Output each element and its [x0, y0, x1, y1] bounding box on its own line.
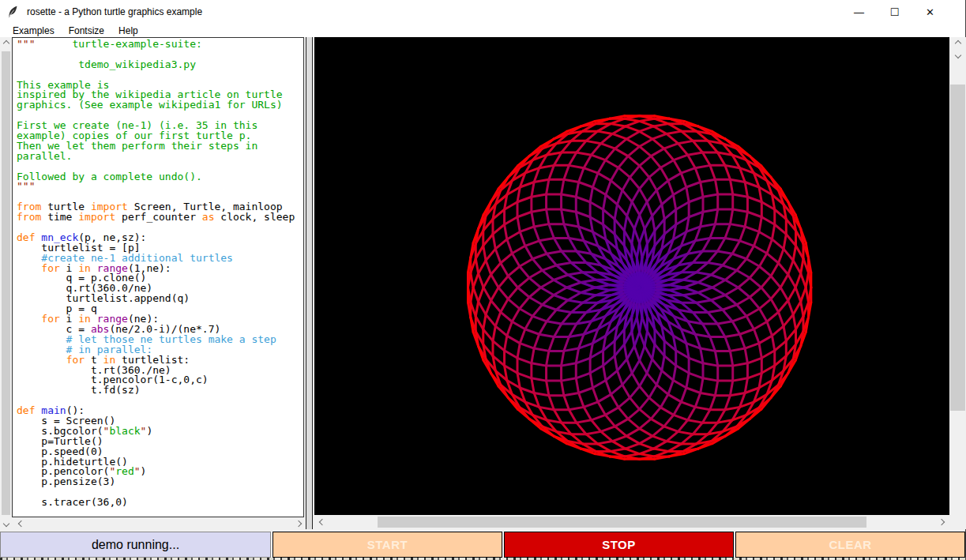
- close-button[interactable]: ✕: [912, 1, 948, 23]
- menu-help[interactable]: Help: [111, 24, 145, 37]
- python-feather-icon: [6, 6, 19, 18]
- code-line: from time import perf_counter as clock, …: [17, 212, 303, 223]
- chevron-down-icon: [954, 51, 960, 58]
- app-window: rosette - a Python turtle graphics examp…: [0, 0, 966, 560]
- canvas-vscroll-thumb[interactable]: [950, 85, 965, 411]
- window-controls: — ☐ ✕: [841, 1, 959, 23]
- minimize-button[interactable]: —: [841, 1, 877, 23]
- pane-sash[interactable]: [304, 37, 314, 529]
- scroll-up-arrow[interactable]: [950, 37, 966, 49]
- window-title: rosette - a Python turtle graphics examp…: [27, 6, 202, 17]
- stop-button[interactable]: STOP: [504, 532, 734, 558]
- code-line: p.pensize(3): [17, 477, 303, 487]
- chevron-left-icon: [319, 519, 325, 525]
- canvas-vertical-scrollbar[interactable]: [949, 37, 966, 515]
- control-bar: demo running... START STOP CLEAR: [0, 532, 965, 558]
- main-area: """ turtle-example-suite: tdemo_wikipedi…: [0, 37, 965, 529]
- canvas-hscroll-thumb[interactable]: [378, 517, 866, 528]
- code-line: tdemo_wikipedia3.py: [17, 60, 303, 70]
- start-button[interactable]: START: [273, 532, 502, 558]
- menu-fontsize[interactable]: Fontsize: [62, 24, 111, 37]
- chevron-up-icon: [954, 39, 960, 46]
- turtle-canvas: [314, 37, 949, 515]
- source-code[interactable]: """ turtle-example-suite: tdemo_wikipedi…: [12, 37, 304, 517]
- chevron-up-icon: [2, 39, 9, 46]
- chevron-right-icon: [938, 519, 945, 525]
- scroll-down-arrow[interactable]: [950, 49, 966, 61]
- code-line: """: [17, 182, 303, 192]
- scroll-up-arrow[interactable]: [0, 37, 12, 49]
- code-line: s.tracer(36,0): [17, 498, 303, 508]
- canvas-column: [314, 37, 949, 529]
- menu-examples[interactable]: Examples: [6, 24, 62, 37]
- title-bar: rosette - a Python turtle graphics examp…: [0, 0, 965, 24]
- scroll-down-arrow[interactable]: [0, 517, 12, 529]
- scroll-right-arrow[interactable]: [292, 517, 304, 529]
- scroll-right-arrow[interactable]: [934, 515, 949, 529]
- chevron-down-icon: [2, 520, 9, 526]
- code-horizontal-scrollbar[interactable]: [12, 517, 304, 529]
- canvas-horizontal-scrollbar[interactable]: [314, 515, 949, 529]
- code-line: graphics. (See example wikipedia1 for UR…: [17, 100, 303, 111]
- code-vscroll-thumb[interactable]: [2, 51, 10, 515]
- source-column: """ turtle-example-suite: tdemo_wikipedi…: [12, 37, 304, 529]
- code-line: t.fd(sz): [17, 385, 303, 396]
- maximize-button[interactable]: ☐: [877, 1, 912, 23]
- code-vertical-scrollbar[interactable]: [0, 37, 12, 529]
- chevron-left-icon: [17, 520, 24, 526]
- code-line: parallel.: [17, 152, 303, 162]
- code-line: Followed by a complete undo().: [17, 172, 303, 182]
- menu-bar: Examples Fontsize Help: [0, 24, 965, 37]
- chevron-right-icon: [295, 520, 301, 526]
- code-line: """ turtle-example-suite:: [17, 39, 303, 50]
- scroll-left-arrow[interactable]: [314, 515, 330, 529]
- scroll-left-arrow[interactable]: [15, 517, 27, 529]
- status-label: demo running...: [0, 532, 271, 558]
- clear-button[interactable]: CLEAR: [735, 532, 965, 558]
